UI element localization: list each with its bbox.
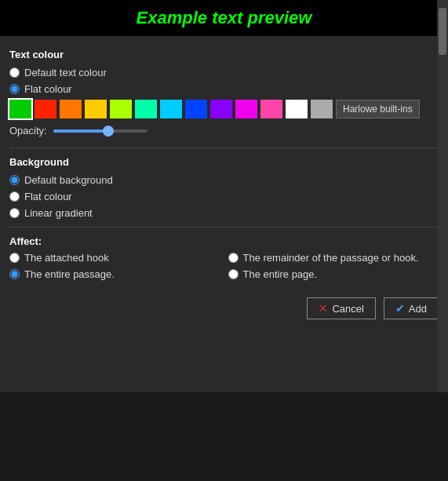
radio-attached-label[interactable]: The attached hook [24, 252, 109, 264]
radio-entire-passage[interactable] [9, 269, 20, 279]
preview-text: Example text preview [137, 8, 312, 27]
swatch-gray[interactable] [311, 100, 333, 118]
swatch-pink[interactable] [260, 100, 282, 118]
radio-row-linear: Linear gradient [9, 207, 439, 219]
swatch-purple[interactable] [210, 100, 232, 118]
swatch-yellow[interactable] [85, 100, 107, 118]
preview-bar: Example text preview [0, 0, 448, 36]
radio-row-default-bg: Default background [9, 174, 439, 186]
cancel-icon: ✕ [319, 302, 328, 315]
radio-default-bg[interactable] [9, 175, 20, 185]
cancel-button[interactable]: ✕ Cancel [307, 297, 375, 319]
affect-section: Affect: The attached hook The remainder … [9, 235, 439, 280]
radio-remainder[interactable] [228, 253, 239, 263]
harlowe-builtin-button[interactable]: Harlowe built-ins [336, 100, 420, 118]
radio-row-default-text: Default text colour [9, 67, 439, 78]
radio-flat-text[interactable] [9, 84, 20, 94]
divider-2 [9, 227, 439, 228]
radio-linear-gradient[interactable] [9, 208, 20, 218]
scrollbar-thumb[interactable] [439, 8, 446, 55]
radio-default-text[interactable] [9, 67, 20, 78]
swatch-blue[interactable] [185, 100, 207, 118]
radio-default-text-label[interactable]: Default text colour [24, 67, 107, 78]
swatch-teal[interactable] [135, 100, 157, 118]
color-swatch-row: Harlowe built-ins [9, 100, 439, 118]
main-content: Text colour Default text colour Flat col… [0, 49, 448, 280]
swatch-orange[interactable] [60, 100, 82, 118]
radio-attached-hook[interactable] [9, 253, 20, 263]
opacity-slider[interactable] [53, 129, 148, 133]
swatch-cyan[interactable] [160, 100, 182, 118]
opacity-row: Opacity: [9, 125, 439, 137]
radio-entire-page[interactable] [228, 269, 239, 279]
affect-item-entire-page: The entire page. [228, 268, 439, 280]
affect-grid: The attached hook The remainder of the p… [9, 252, 439, 280]
add-button[interactable]: ✔ Add [384, 297, 439, 319]
radio-entire-passage-label[interactable]: The entire passage. [24, 268, 115, 280]
add-icon: ✔ [395, 302, 405, 315]
affect-item-attached: The attached hook [9, 252, 220, 264]
affect-title: Affect: [9, 235, 42, 247]
swatch-white[interactable] [286, 100, 308, 118]
cancel-label: Cancel [332, 303, 363, 315]
radio-entire-page-label[interactable]: The entire page. [243, 268, 318, 280]
add-label: Add [409, 303, 427, 315]
swatch-magenta[interactable] [235, 100, 257, 118]
dialog: Example text preview Text colour Default… [0, 0, 448, 392]
background-title: Background [9, 156, 439, 168]
affect-item-remainder: The remainder of the passage or hook. [228, 252, 439, 264]
radio-linear-label[interactable]: Linear gradient [24, 207, 93, 219]
radio-row-flat-text: Flat colour [9, 83, 439, 95]
opacity-label: Opacity: [9, 125, 47, 137]
radio-flat-bg[interactable] [9, 191, 20, 202]
divider-1 [9, 148, 439, 148]
radio-remainder-label[interactable]: The remainder of the passage or hook. [243, 252, 419, 264]
swatch-lime[interactable] [110, 100, 132, 118]
radio-flat-bg-label[interactable]: Flat colour [24, 191, 72, 202]
button-row: ✕ Cancel ✔ Add [0, 288, 448, 324]
affect-item-entire-passage: The entire passage. [9, 268, 220, 280]
radio-row-flat-bg: Flat colour [9, 191, 439, 202]
swatch-green[interactable] [9, 100, 31, 118]
text-colour-title: Text colour [9, 49, 439, 60]
scrollbar[interactable] [437, 0, 448, 392]
radio-default-bg-label[interactable]: Default background [24, 174, 113, 186]
radio-flat-text-label[interactable]: Flat colour [24, 83, 72, 95]
swatch-red[interactable] [35, 100, 56, 118]
